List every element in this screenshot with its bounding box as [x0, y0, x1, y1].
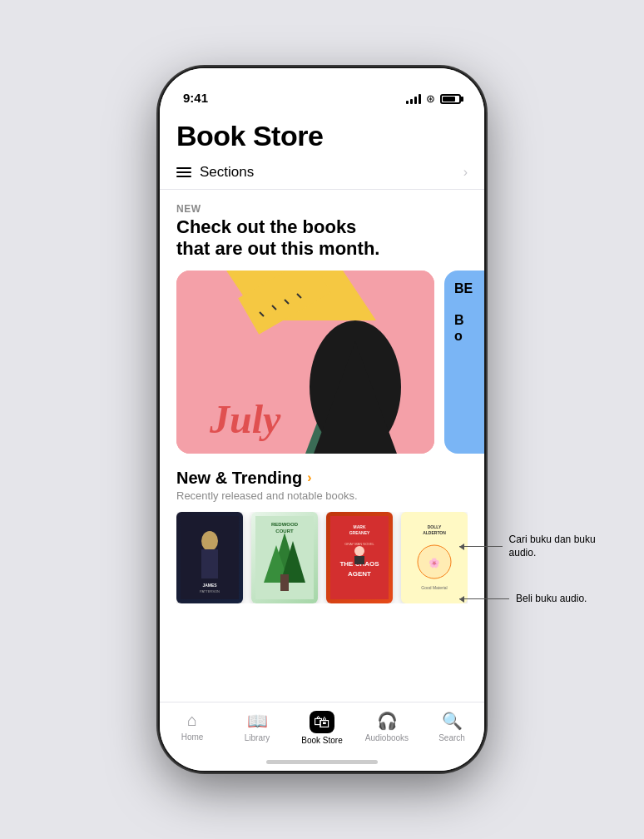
main-content: Book Store Sections › NEW Check out the … — [160, 113, 484, 702]
tab-bookstore-label: Book Store — [301, 736, 342, 745]
book-inner-2: REDWOOD COURT — [251, 512, 318, 603]
trending-chevron-icon: › — [307, 470, 311, 485]
book-inner-4: DOLLY ALDERTON 🌸 Good Material — [401, 512, 468, 603]
hamburger-icon — [176, 167, 191, 177]
tab-home[interactable]: ⌂ Home — [160, 711, 225, 742]
tab-home-label: Home — [181, 732, 204, 742]
sections-left[interactable]: Sections — [176, 164, 254, 181]
svg-text:AGENT: AGENT — [348, 570, 371, 578]
svg-point-13 — [201, 531, 218, 551]
book-inner-3: MARK GREANEY GRAY MAN NOVEL THE CHAOS AG… — [326, 512, 393, 603]
annotation-text-1: Cari buku dan buku audio. — [509, 533, 609, 561]
signal-icon — [406, 94, 421, 104]
svg-point-30 — [354, 546, 364, 556]
search-icon: 🔍 — [442, 711, 463, 731]
svg-text:Good Material: Good Material — [421, 585, 447, 590]
annotations: Cari buku dan buku audio. Beli buku audi… — [459, 533, 609, 606]
wifi-icon: ⊛ — [426, 92, 435, 105]
featured-tag: NEW — [176, 203, 468, 215]
tab-library-label: Library — [245, 733, 270, 742]
svg-text:COURT: COURT — [275, 529, 294, 534]
book-cover-3[interactable]: MARK GREANEY GRAY MAN NOVEL THE CHAOS AG… — [326, 512, 393, 603]
tab-search-label: Search — [438, 733, 465, 742]
home-icon: ⌂ — [187, 711, 197, 730]
featured-section: NEW Check out the booksthat are out this… — [160, 193, 484, 261]
book-cover-1[interactable]: JAMES PATTERSON — [176, 512, 243, 603]
tab-audiobooks[interactable]: 🎧 Audiobooks — [354, 711, 419, 742]
tab-bookstore[interactable]: 🛍 Book Store — [290, 711, 354, 745]
svg-rect-21 — [280, 574, 289, 591]
status-bar: 9:41 ⊛ — [160, 68, 484, 113]
library-icon: 📖 — [247, 711, 268, 731]
svg-text:JAMES: JAMES — [202, 583, 217, 588]
sections-label: Sections — [200, 164, 254, 181]
svg-text:GREANEY: GREANEY — [349, 530, 370, 535]
home-indicator — [266, 760, 378, 764]
svg-rect-14 — [201, 549, 218, 578]
page-header: Book Store — [160, 113, 484, 156]
sections-row[interactable]: Sections › — [160, 156, 484, 190]
svg-text:July: July — [209, 397, 281, 441]
tab-audiobooks-label: Audiobooks — [365, 733, 409, 742]
annotation-group: Cari buku dan buku audio. Beli buku audi… — [459, 533, 609, 606]
trending-header[interactable]: New & Trending › — [176, 469, 468, 488]
book-cover-2[interactable]: REDWOOD COURT — [251, 512, 318, 603]
book-cover-4[interactable]: DOLLY ALDERTON 🌸 Good Material — [401, 512, 468, 603]
trending-section: New & Trending › Recently released and n… — [160, 454, 484, 610]
featured-title: Check out the booksthat are out this mon… — [176, 216, 468, 261]
trending-subtitle: Recently released and notable books. — [176, 489, 468, 502]
svg-text:🌸: 🌸 — [429, 557, 440, 568]
svg-text:REDWOOD: REDWOOD — [271, 522, 299, 527]
annotation-1: Cari buku dan buku audio. — [459, 533, 609, 561]
svg-text:DOLLY: DOLLY — [428, 524, 442, 529]
status-icons: ⊛ — [406, 92, 461, 107]
trending-title: New & Trending — [176, 469, 302, 488]
audiobooks-icon: 🎧 — [377, 711, 398, 731]
page-title: Book Store — [176, 120, 468, 152]
featured-card[interactable]: July — [176, 271, 434, 454]
battery-icon — [440, 94, 461, 104]
status-time: 9:41 — [183, 91, 208, 107]
svg-text:PATTERSON: PATTERSON — [200, 589, 220, 593]
annotation-2: Beli buku audio. — [459, 592, 609, 606]
tab-search[interactable]: 🔍 Search — [419, 711, 484, 742]
second-featured-card[interactable]: BEBo — [444, 271, 484, 454]
phone-frame: 9:41 ⊛ Book Store — [160, 68, 484, 771]
svg-rect-31 — [354, 556, 364, 564]
svg-text:GRAY MAN NOVEL: GRAY MAN NOVEL — [344, 542, 374, 546]
chevron-right-icon: › — [463, 165, 468, 180]
svg-text:ALDERTON: ALDERTON — [423, 530, 446, 535]
book-inner-1: JAMES PATTERSON — [176, 512, 243, 603]
cards-row[interactable]: July BEBo — [160, 271, 484, 454]
second-card-label: BEBo — [454, 280, 473, 345]
annotation-text-2: Beli buku audio. — [516, 592, 587, 606]
books-row[interactable]: JAMES PATTERSON — [176, 512, 468, 603]
svg-text:MARK: MARK — [354, 524, 366, 529]
bookstore-icon: 🛍 — [310, 711, 334, 733]
tab-library[interactable]: 📖 Library — [225, 711, 290, 742]
